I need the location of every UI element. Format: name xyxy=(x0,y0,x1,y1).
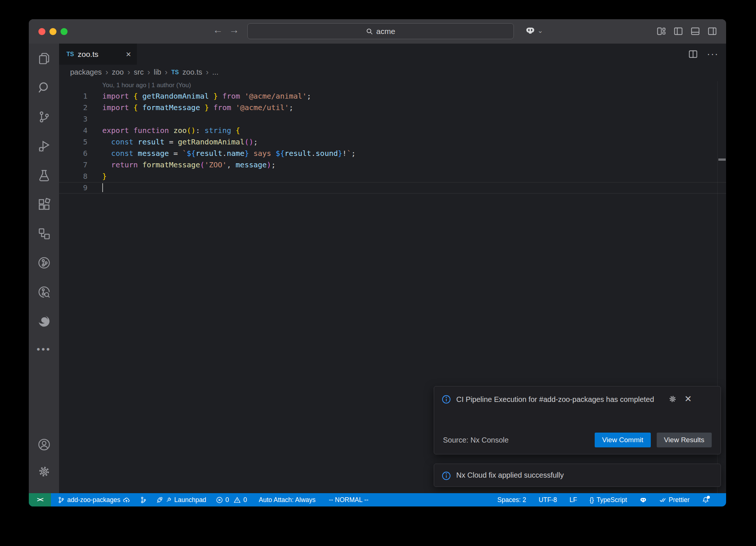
code-text: return formatMessage('ZOO', message); xyxy=(102,159,276,171)
notification-center: CI Pipeline Execution for #add-zoo-packa… xyxy=(434,386,721,487)
close-tab-icon[interactable]: × xyxy=(126,50,131,59)
more-views-icon[interactable]: ••• xyxy=(37,344,51,355)
notification-settings-gear-icon[interactable] xyxy=(668,395,677,403)
typescript-file-icon: TS xyxy=(171,69,179,76)
code-line: 9 xyxy=(59,182,726,194)
toggle-primary-sidebar-icon[interactable] xyxy=(673,26,683,36)
line-number: 3 xyxy=(59,113,87,125)
search-icon xyxy=(366,28,373,35)
notification-message: Nx Cloud fix applied successfully xyxy=(456,471,564,480)
error-count: 0 xyxy=(226,496,229,504)
view-results-button[interactable]: View Results xyxy=(657,433,712,447)
gitlens-inspect-icon[interactable] xyxy=(37,285,51,299)
code-text: import { getRandomAnimal } from '@acme/a… xyxy=(102,91,311,102)
line-number: 7 xyxy=(59,159,87,171)
command-center-search[interactable]: acme xyxy=(247,23,514,39)
gitlens-icon[interactable] xyxy=(37,256,51,270)
formatter-status-item[interactable]: Prettier xyxy=(659,496,690,504)
breadcrumb-file[interactable]: zoo.ts xyxy=(182,68,202,76)
code-editor[interactable]: You, 1 hour ago | 1 author (You) 1import… xyxy=(59,80,726,194)
forward-arrow-icon[interactable]: → xyxy=(227,24,241,36)
code-line: 7 return formatMessage('ZOO', message); xyxy=(59,159,726,171)
breadcrumb-item[interactable]: src xyxy=(134,68,144,76)
copilot-icon[interactable] xyxy=(525,25,535,35)
nx-console-icon[interactable] xyxy=(37,227,51,240)
copilot-status-item[interactable] xyxy=(640,496,647,504)
toggle-secondary-sidebar-icon[interactable] xyxy=(707,26,717,36)
search-view-icon[interactable] xyxy=(37,81,51,95)
run-debug-icon[interactable] xyxy=(37,139,51,153)
auto-attach-status-item[interactable]: Auto Attach: Always xyxy=(259,496,316,504)
code-line: 4export function zoo(): string { xyxy=(59,125,726,136)
launchpad-status-item[interactable]: Launchpad xyxy=(156,496,206,504)
vim-mode-label: -- NORMAL -- xyxy=(329,496,368,504)
chevron-right-icon: › xyxy=(127,68,130,77)
git-branch-icon xyxy=(58,496,65,504)
remote-indicator[interactable]: >< xyxy=(29,493,51,506)
notification-source: Source: Nx Console xyxy=(441,436,589,444)
extensions-icon[interactable] xyxy=(37,198,51,211)
customize-layout-icon[interactable] xyxy=(656,26,666,36)
breadcrumb-item[interactable]: lib xyxy=(154,68,161,76)
tab-zoo-ts[interactable]: TS zoo.ts × xyxy=(59,44,137,65)
encoding-status-item[interactable]: UTF-8 xyxy=(539,496,557,504)
eol-label: LF xyxy=(570,496,577,504)
breadcrumb-item[interactable]: packages xyxy=(70,68,102,76)
line-number: 1 xyxy=(59,91,87,102)
indentation-status-item[interactable]: Spaces: 2 xyxy=(497,496,526,504)
branch-status-item[interactable]: add-zoo-packages xyxy=(58,496,130,504)
chevron-right-icon: › xyxy=(165,68,168,77)
testing-icon[interactable] xyxy=(37,168,51,182)
language-status-item[interactable]: {} TypeScript xyxy=(590,496,627,504)
edge-browser-icon[interactable] xyxy=(37,314,51,328)
split-editor-icon[interactable] xyxy=(688,49,698,59)
chevron-right-icon: › xyxy=(147,68,150,77)
breadcrumb-symbol[interactable]: ... xyxy=(212,68,219,76)
cloud-upload-icon xyxy=(123,496,130,504)
problems-status-item[interactable]: 0 0 xyxy=(216,496,247,504)
launchpad-label: Launchpad xyxy=(174,496,206,504)
info-icon xyxy=(441,395,451,404)
branch-label: add-zoo-packages xyxy=(67,496,120,504)
breadcrumb: packages › zoo › src › lib › TS zoo.ts ›… xyxy=(59,65,726,80)
code-text: export function zoo(): string { xyxy=(102,125,240,136)
source-control-icon[interactable] xyxy=(37,110,51,124)
code-line: 8} xyxy=(59,171,726,182)
tab-label: zoo.ts xyxy=(78,50,122,59)
explorer-icon[interactable] xyxy=(37,52,51,65)
back-arrow-icon[interactable]: ← xyxy=(211,24,224,36)
typescript-file-icon: TS xyxy=(66,51,74,58)
bell-icon xyxy=(702,496,709,504)
notification-message: CI Pipeline Execution for #add-zoo-packa… xyxy=(456,394,663,405)
notification-ci-pipeline: CI Pipeline Execution for #add-zoo-packa… xyxy=(434,386,721,454)
settings-gear-icon[interactable] xyxy=(37,465,51,478)
notifications-bell-item[interactable] xyxy=(702,496,709,504)
minimize-window-button[interactable] xyxy=(49,28,56,35)
tab-bar: TS zoo.ts × ··· xyxy=(59,44,726,65)
close-window-button[interactable] xyxy=(38,28,45,35)
accounts-icon[interactable] xyxy=(37,438,51,451)
notification-nx-cloud-fix: Nx Cloud fix applied successfully xyxy=(434,464,721,487)
more-actions-icon[interactable]: ··· xyxy=(707,48,719,60)
window-controls xyxy=(38,28,68,35)
notification-close-icon[interactable]: ✕ xyxy=(684,395,692,403)
code-line: 3 xyxy=(59,113,726,125)
eol-status-item[interactable]: LF xyxy=(570,496,577,504)
view-commit-button[interactable]: View Commit xyxy=(595,433,651,447)
breadcrumb-item[interactable]: zoo xyxy=(112,68,124,76)
code-line: 5 const result = getRandomAnimal(); xyxy=(59,136,726,148)
error-circle-icon xyxy=(216,496,223,504)
toggle-panel-icon[interactable] xyxy=(690,26,700,36)
zoom-window-button[interactable] xyxy=(61,28,68,35)
source-control-graph-item[interactable] xyxy=(140,496,147,504)
line-number: 8 xyxy=(59,171,87,182)
titlebar: ← → acme ⌄ xyxy=(29,19,726,44)
vim-mode-status-item[interactable]: -- NORMAL -- xyxy=(329,496,368,504)
code-line: 6 const message = `${result.name} says $… xyxy=(59,148,726,159)
gitlens-blame-annotation: You, 1 hour ago | 1 author (You) xyxy=(59,80,726,91)
code-line: 1import { getRandomAnimal } from '@acme/… xyxy=(59,91,726,102)
warning-count: 0 xyxy=(243,496,247,504)
code-text: const message = `${result.name} says ${r… xyxy=(102,148,355,159)
spaces-label: Spaces: 2 xyxy=(497,496,526,504)
chevron-down-icon[interactable]: ⌄ xyxy=(537,27,543,35)
